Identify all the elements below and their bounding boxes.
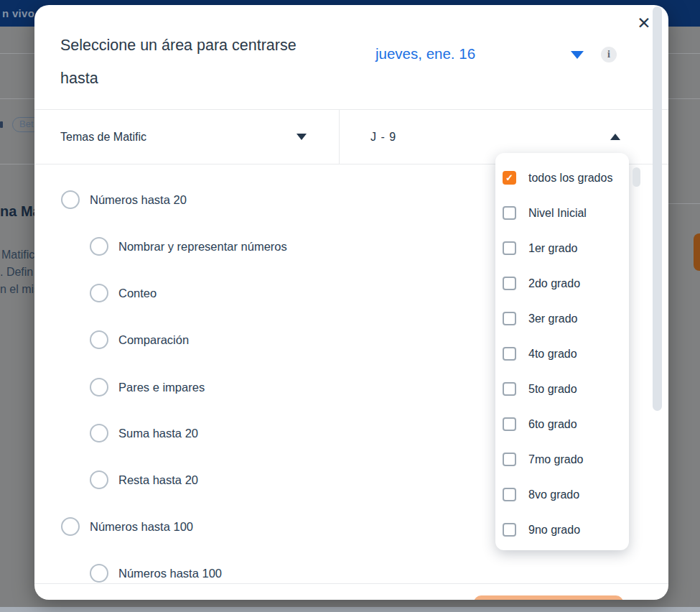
grades-dropdown-panel: todos los grados Nivel Inicial 1er grado… bbox=[495, 153, 629, 550]
topic-option[interactable]: Números hasta 20 bbox=[61, 190, 187, 209]
page-text-fragment: Matific bbox=[1, 249, 34, 261]
checkbox-icon[interactable] bbox=[503, 523, 516, 537]
page-text-fragment: n el mis bbox=[0, 283, 39, 296]
grade-label: 4to grado bbox=[528, 348, 577, 361]
info-icon[interactable]: i bbox=[601, 47, 617, 62]
grade-label: Nivel Inicial bbox=[528, 207, 587, 220]
grade-label: 1er grado bbox=[528, 242, 578, 255]
modal-title-line2: hasta bbox=[60, 62, 362, 95]
grade-label: 7mo grado bbox=[528, 453, 584, 466]
topic-label: Suma hasta 20 bbox=[118, 427, 198, 440]
topic-label: Pares e impares bbox=[118, 381, 205, 394]
page-divider bbox=[668, 203, 700, 204]
checkbox-icon[interactable] bbox=[503, 241, 516, 255]
topic-option[interactable]: Suma hasta 20 bbox=[90, 424, 198, 442]
radio-icon[interactable] bbox=[90, 470, 108, 489]
topic-option[interactable]: Números hasta 100 bbox=[90, 564, 222, 583]
radio-icon[interactable] bbox=[90, 564, 108, 583]
radio-icon[interactable] bbox=[90, 378, 108, 397]
grade-option[interactable]: todos los grados bbox=[495, 160, 629, 195]
grade-range-select[interactable]: J - 9 bbox=[370, 131, 396, 144]
cut-text-fragment bbox=[0, 121, 3, 128]
topic-option[interactable]: Resta hasta 20 bbox=[90, 470, 198, 489]
grade-label: 9no grado bbox=[528, 524, 580, 537]
cut-orange-button-fragment bbox=[694, 233, 700, 271]
page-bottom-strip bbox=[0, 607, 700, 612]
topic-label: Comparación bbox=[118, 333, 189, 347]
topic-label: Números hasta 20 bbox=[90, 193, 187, 207]
modal-scrollbar[interactable] bbox=[653, 6, 662, 411]
chevron-down-icon[interactable] bbox=[571, 51, 584, 59]
chevron-up-icon[interactable] bbox=[610, 134, 620, 140]
page-divider bbox=[0, 164, 34, 164]
grade-option[interactable]: 6to grado bbox=[495, 407, 629, 442]
live-label: n vivo bbox=[2, 7, 34, 19]
page-text-fragment: . Defin bbox=[0, 266, 33, 279]
topic-label: Conteo bbox=[118, 287, 157, 300]
radio-icon[interactable] bbox=[61, 190, 80, 209]
checkbox-icon[interactable] bbox=[503, 206, 516, 220]
chevron-down-icon[interactable] bbox=[297, 134, 307, 140]
checkbox-icon[interactable] bbox=[503, 453, 516, 466]
close-icon[interactable]: ✕ bbox=[635, 14, 653, 32]
radio-icon[interactable] bbox=[90, 237, 108, 256]
topic-label: Nombrar y representar números bbox=[118, 240, 287, 254]
checkbox-icon[interactable] bbox=[503, 277, 516, 290]
grade-option[interactable]: 8vo grado bbox=[495, 477, 629, 512]
selects-divider bbox=[339, 109, 340, 164]
topic-label: Números hasta 100 bbox=[118, 567, 222, 580]
topic-option[interactable]: Pares e impares bbox=[90, 378, 205, 397]
modal-title-line1: Seleccione un área para centrarse bbox=[60, 29, 362, 62]
grade-option[interactable]: Nivel Inicial bbox=[495, 195, 629, 231]
selects-row-top-border bbox=[34, 109, 668, 110]
radio-icon[interactable] bbox=[90, 424, 108, 442]
grade-option[interactable]: 4to grado bbox=[495, 336, 629, 371]
grade-label: todos los grados bbox=[528, 172, 612, 185]
grade-label: 2do grado bbox=[528, 277, 580, 290]
grade-label: 6to grado bbox=[528, 418, 577, 431]
grade-option[interactable]: 5to grado bbox=[495, 371, 629, 407]
confirm-button[interactable] bbox=[474, 595, 623, 600]
dropdown-scrollbar[interactable] bbox=[633, 167, 640, 187]
topic-option[interactable]: Conteo bbox=[90, 284, 157, 302]
grade-option[interactable]: 2do grado bbox=[495, 266, 629, 301]
grade-option[interactable]: 3er grado bbox=[495, 301, 629, 336]
modal-title: Seleccione un área para centrarse hasta bbox=[60, 29, 362, 95]
checkbox-icon[interactable] bbox=[503, 347, 516, 361]
topic-label: Resta hasta 20 bbox=[118, 473, 198, 487]
grade-option[interactable]: 1er grado bbox=[495, 231, 629, 266]
checkbox-icon[interactable] bbox=[503, 488, 516, 501]
topic-option[interactable]: Nombrar y representar números bbox=[90, 237, 287, 256]
grade-option[interactable]: 9no grado bbox=[495, 512, 629, 547]
grade-option[interactable]: 7mo grado bbox=[495, 442, 629, 477]
checkbox-icon[interactable] bbox=[503, 382, 516, 396]
topic-option[interactable]: Números hasta 100 bbox=[61, 517, 193, 536]
topics-select[interactable]: Temas de Matific bbox=[60, 131, 146, 144]
topic-option[interactable]: Comparación bbox=[90, 330, 189, 349]
grade-label: 3er grado bbox=[528, 312, 578, 325]
grade-label: 8vo grado bbox=[528, 488, 579, 501]
checkbox-checked-icon[interactable] bbox=[503, 171, 516, 185]
date-select-value[interactable]: jueves, ene. 16 bbox=[375, 45, 475, 62]
date-select[interactable]: jueves, ene. 16 bbox=[375, 45, 475, 65]
footer-divider bbox=[34, 583, 668, 584]
topic-label: Números hasta 100 bbox=[90, 520, 193, 534]
radio-icon[interactable] bbox=[90, 330, 108, 349]
checkbox-icon[interactable] bbox=[503, 417, 516, 431]
radio-icon[interactable] bbox=[90, 284, 108, 302]
grade-label: 5to grado bbox=[528, 383, 577, 396]
radio-icon[interactable] bbox=[61, 517, 80, 536]
checkbox-icon[interactable] bbox=[503, 312, 516, 325]
